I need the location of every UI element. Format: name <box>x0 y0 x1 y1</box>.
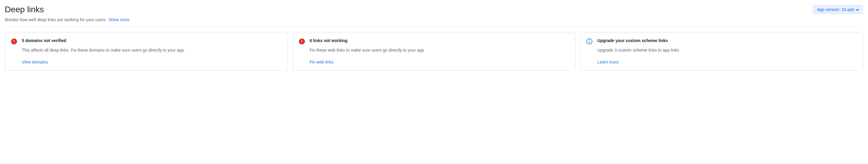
fix-web-links-link[interactable]: Fix web links <box>310 59 424 65</box>
card-domains-not-verified: 5 domains not verified This affects all … <box>5 33 288 71</box>
chevron-down-icon <box>856 7 859 12</box>
svg-rect-4 <box>302 40 302 42</box>
page-subtitle-row: Monitor how well deep links are working … <box>5 17 130 22</box>
svg-rect-1 <box>14 40 14 42</box>
app-version-label: App version: 24.aab <box>817 7 854 12</box>
card-body: Upgrade your custom scheme links Upgrade… <box>597 38 679 65</box>
info-icon <box>586 38 592 44</box>
svg-rect-5 <box>302 42 302 43</box>
header-left: Deep links Monitor how well deep links a… <box>5 5 130 22</box>
card-body: 6 links not working Fix these web links … <box>310 38 424 65</box>
card-description: This affects all deep links. Fix these d… <box>22 47 185 53</box>
error-icon <box>299 38 305 44</box>
card-description: Fix these web links to make sure users g… <box>310 47 424 53</box>
card-links-not-working: 6 links not working Fix these web links … <box>292 33 576 71</box>
card-description: Upgrade 3 custom scheme links to app lin… <box>597 47 679 53</box>
learn-more-link[interactable]: Learn more <box>597 59 679 65</box>
divider <box>5 26 863 27</box>
svg-rect-2 <box>14 42 14 43</box>
view-domains-link[interactable]: View domains <box>22 59 185 65</box>
card-title: 6 links not working <box>310 38 424 43</box>
svg-rect-8 <box>589 40 590 41</box>
svg-rect-7 <box>589 41 590 43</box>
card-title: Upgrade your custom scheme links <box>597 38 679 43</box>
page-header: Deep links Monitor how well deep links a… <box>5 5 863 22</box>
page-title: Deep links <box>5 5 130 14</box>
app-version-selector[interactable]: App version: 24.aab <box>813 5 863 14</box>
page-subtitle: Monitor how well deep links are working … <box>5 17 107 22</box>
error-icon <box>11 38 17 44</box>
cards-row: 5 domains not verified This affects all … <box>5 33 863 71</box>
card-body: 5 domains not verified This affects all … <box>22 38 185 65</box>
card-upgrade-scheme-links: Upgrade your custom scheme links Upgrade… <box>580 33 863 71</box>
show-more-link[interactable]: Show more <box>108 17 130 22</box>
card-title: 5 domains not verified <box>22 38 185 43</box>
